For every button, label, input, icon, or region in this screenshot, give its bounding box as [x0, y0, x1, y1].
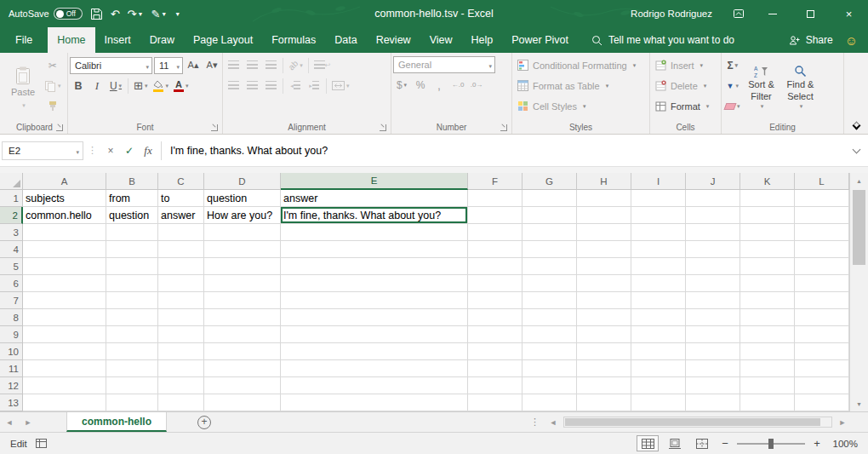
cell-H13[interactable] — [577, 394, 631, 411]
cell-B4[interactable] — [106, 241, 158, 258]
cell-A9[interactable] — [23, 326, 106, 343]
sheet-nav-left-icon[interactable]: ◄ — [0, 412, 19, 432]
cell-L1[interactable] — [795, 190, 849, 207]
cell-D11[interactable] — [204, 360, 281, 377]
cell-G8[interactable] — [523, 309, 577, 326]
cell-G9[interactable] — [523, 326, 577, 343]
cell-E6[interactable] — [281, 275, 468, 292]
cell-L11[interactable] — [795, 360, 849, 377]
cell-A2[interactable]: common.hello — [23, 207, 106, 224]
sheet-nav-right-icon[interactable]: ► — [19, 412, 37, 432]
tab-power-pivot[interactable]: Power Pivot — [502, 27, 578, 53]
number-dialog-launcher[interactable] — [500, 124, 507, 131]
cell-C4[interactable] — [158, 241, 204, 258]
cell-B8[interactable] — [106, 309, 158, 326]
hscroll-right-icon[interactable]: ► — [836, 418, 849, 427]
column-header-H[interactable]: H — [577, 173, 631, 190]
customize-quick-access-toolbar-button[interactable]: ▼ — [174, 11, 180, 17]
cell-B5[interactable] — [106, 258, 158, 275]
cell-J9[interactable] — [686, 326, 740, 343]
cell-E7[interactable] — [281, 292, 468, 309]
cell-F6[interactable] — [468, 275, 523, 292]
undo-button[interactable]: ↶ — [111, 9, 120, 20]
cell-J4[interactable] — [686, 241, 740, 258]
expand-formula-bar-button[interactable] — [846, 149, 866, 152]
fill-button[interactable]: ▼ — [723, 77, 742, 95]
top-align-button[interactable] — [225, 56, 242, 74]
cell-F5[interactable] — [468, 258, 523, 275]
cell-F10[interactable] — [468, 343, 523, 360]
column-header-K[interactable]: K — [740, 173, 795, 190]
share-button[interactable]: Share — [779, 27, 843, 53]
cell-D8[interactable] — [204, 309, 281, 326]
accounting-format-button[interactable]: $ — [393, 76, 410, 94]
tell-me-search[interactable]: Tell me what you want to do — [591, 27, 734, 53]
cell-K10[interactable] — [740, 343, 795, 360]
tab-page-layout[interactable]: Page Layout — [184, 27, 262, 53]
cell-A7[interactable] — [23, 292, 106, 309]
borders-button[interactable]: ⊞ — [132, 77, 149, 95]
tab-home[interactable]: Home — [48, 27, 94, 53]
format-painter-button[interactable] — [43, 97, 63, 115]
cell-A4[interactable] — [23, 241, 106, 258]
format-as-table-button[interactable]: Format as Table — [514, 77, 648, 95]
tab-formulas[interactable]: Formulas — [262, 27, 325, 53]
cell-F12[interactable] — [468, 377, 523, 394]
cancel-entry-button[interactable]: × — [101, 141, 120, 160]
maximize-button[interactable] — [791, 0, 830, 27]
cell-I9[interactable] — [631, 326, 686, 343]
cell-H3[interactable] — [577, 224, 631, 241]
zoom-slider-thumb[interactable] — [768, 439, 774, 449]
zoom-slider[interactable] — [737, 438, 805, 450]
column-header-L[interactable]: L — [795, 173, 849, 190]
cell-F2[interactable] — [468, 207, 523, 224]
decrease-decimal-button[interactable]: .0→ — [468, 76, 485, 94]
decrease-indent-button[interactable]: ◂ — [287, 77, 304, 95]
cell-B3[interactable] — [106, 224, 158, 241]
paste-button[interactable]: Paste — [3, 55, 43, 120]
cell-styles-button[interactable]: Cell Styles — [514, 97, 648, 115]
cut-button[interactable]: ✂ — [43, 56, 63, 74]
cell-L9[interactable] — [795, 326, 849, 343]
enter-entry-button[interactable]: ✓ — [120, 141, 139, 160]
format-cells-button[interactable]: Format — [652, 97, 719, 115]
insert-cells-button[interactable]: Insert — [652, 56, 719, 74]
cell-B11[interactable] — [106, 360, 158, 377]
insert-function-button[interactable]: fx — [139, 141, 157, 160]
wrap-text-button[interactable]: ↩ — [312, 56, 333, 74]
delete-cells-button[interactable]: Delete — [652, 77, 719, 95]
row-header-11[interactable]: 11 — [0, 360, 23, 377]
cell-H7[interactable] — [577, 292, 631, 309]
tab-view[interactable]: View — [420, 27, 462, 53]
cell-C2[interactable]: answer — [158, 207, 204, 224]
cell-I5[interactable] — [631, 258, 686, 275]
cell-K3[interactable] — [740, 224, 795, 241]
cell-I7[interactable] — [631, 292, 686, 309]
cell-H12[interactable] — [577, 377, 631, 394]
cell-A13[interactable] — [23, 394, 106, 411]
cell-D3[interactable] — [204, 224, 281, 241]
autosum-button[interactable]: Σ — [723, 56, 742, 74]
cell-L12[interactable] — [795, 377, 849, 394]
row-header-6[interactable]: 6 — [0, 275, 23, 292]
cell-G7[interactable] — [523, 292, 577, 309]
column-header-I[interactable]: I — [631, 173, 686, 190]
inking-button[interactable]: ✎▼ — [151, 9, 167, 20]
zoom-out-button[interactable]: − — [718, 437, 732, 450]
row-header-13[interactable]: 13 — [0, 394, 23, 411]
cell-K6[interactable] — [740, 275, 795, 292]
cell-J12[interactable] — [686, 377, 740, 394]
cell-K2[interactable] — [740, 207, 795, 224]
cell-C1[interactable]: to — [158, 190, 204, 207]
cell-H6[interactable] — [577, 275, 631, 292]
hscroll-left-icon[interactable]: ◄ — [546, 418, 560, 427]
cell-H10[interactable] — [577, 343, 631, 360]
bold-button[interactable]: B — [70, 77, 87, 95]
collapse-ribbon-button[interactable] — [853, 122, 861, 130]
cell-I1[interactable] — [631, 190, 686, 207]
tab-splitter[interactable]: ⋮ — [527, 417, 543, 428]
cell-A12[interactable] — [23, 377, 106, 394]
cell-G4[interactable] — [523, 241, 577, 258]
cell-C7[interactable] — [158, 292, 204, 309]
row-header-1[interactable]: 1 — [0, 190, 23, 207]
